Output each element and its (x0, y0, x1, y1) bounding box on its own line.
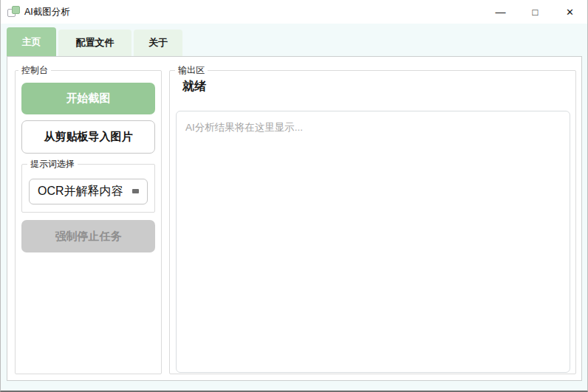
minimize-button[interactable]: — (483, 0, 518, 24)
app-icon (7, 6, 21, 18)
console-group-label: 控制台 (18, 65, 51, 75)
output-group-label: 输出区 (175, 65, 208, 75)
force-stop-button[interactable]: 强制停止任务 (21, 220, 155, 252)
prompt-combobox[interactable]: OCR并解释内容 (29, 179, 148, 204)
tab-about[interactable]: 关于 (134, 30, 182, 56)
import-clipboard-button[interactable]: 从剪贴板导入图片 (21, 120, 155, 154)
close-icon: ✕ (566, 7, 574, 18)
app-icon-front-window (12, 6, 20, 14)
status-text: 就绪 (182, 79, 206, 94)
output-textarea[interactable]: AI分析结果将在这里显示... (176, 111, 570, 373)
close-button[interactable]: ✕ (553, 0, 587, 24)
tab-home[interactable]: 主页 (7, 27, 56, 56)
maximize-button[interactable]: □ (518, 0, 553, 24)
start-screenshot-button[interactable]: 开始截图 (21, 83, 155, 114)
prompt-select-group-label: 提示词选择 (27, 159, 78, 169)
window-title: AI截图分析 (24, 0, 70, 24)
maximize-icon: □ (533, 7, 539, 18)
titlebar: AI截图分析 — □ ✕ (1, 0, 587, 24)
app-window: AI截图分析 — □ ✕ 主页 配置文件 关于 控制台 开始截图 从剪贴板导入图… (0, 0, 588, 392)
window-controls: — □ ✕ (483, 0, 587, 24)
output-placeholder-text: AI分析结果将在这里显示... (177, 111, 570, 144)
tab-config[interactable]: 配置文件 (58, 30, 131, 56)
minimize-icon: — (496, 6, 506, 18)
dropdown-arrow-icon (132, 189, 139, 193)
prompt-combobox-value: OCR并解释内容 (38, 184, 123, 199)
